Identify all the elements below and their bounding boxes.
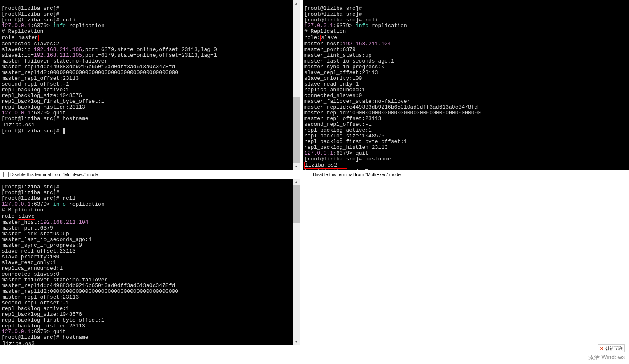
- watermark: ✕ 创新互联 激活 Windows: [588, 344, 625, 360]
- rcli-cmd: rcli: [63, 195, 75, 202]
- prompt: [root@liziba src]#: [2, 184, 59, 190]
- line: slave_read_only:1: [304, 81, 359, 87]
- quit-cmd: quit: [53, 110, 66, 116]
- info-arg: replication: [69, 23, 105, 29]
- line: master_failover_state:no-failover: [2, 58, 107, 64]
- line: master_replid2:0000000000000000000000000…: [2, 288, 178, 294]
- rcli-cmd: rcli: [63, 17, 75, 23]
- info-arg: replication: [372, 23, 407, 29]
- prompt: [root@liziba src]#: [2, 5, 59, 12]
- line: connected_slaves:0: [304, 93, 362, 99]
- prompt: [root@liziba src]#: [304, 11, 362, 17]
- line: master_repl_offset:23113: [304, 116, 381, 122]
- line: master_sync_in_progress:0: [2, 242, 82, 248]
- line: repl_backlog_first_byte_offset:1: [2, 317, 105, 323]
- master-host-ip: 192.168.211.104: [40, 219, 89, 225]
- master-host-label: master_host:: [304, 41, 343, 47]
- slave1-ip: 192.168.211.105: [34, 52, 82, 58]
- redis-ip: 127.0.0.1: [304, 23, 333, 29]
- line: master_repl_offset:23113: [2, 294, 79, 300]
- line: master_failover_state:no-failover: [2, 277, 107, 283]
- hostname-cmd: hostname: [63, 334, 88, 341]
- line: repl_backlog_active:1: [304, 127, 372, 133]
- line: master_replid:c449883db9216b65010ad0dff3…: [2, 64, 175, 70]
- line: master_replid:c449883db9216b65010ad0dff3…: [304, 104, 478, 110]
- disable-checkbox[interactable]: [3, 172, 9, 177]
- disable-multiexec-bar-2: Disable this terminal from "MultiExec" m…: [303, 170, 629, 179]
- scroll-down-icon[interactable]: ▼: [293, 338, 300, 345]
- line: master_replid2:0000000000000000000000000…: [304, 110, 481, 116]
- line: connected_slaves:2: [2, 41, 59, 47]
- line: master_last_io_seconds_ago:1: [304, 58, 394, 64]
- line: master_port:6379: [2, 225, 53, 231]
- hostname-highlight: liziba.os3: [2, 341, 42, 345]
- line: second_repl_offset:-1: [2, 300, 69, 306]
- role-value-highlight: slave: [18, 213, 35, 220]
- quit-cmd: quit: [53, 329, 66, 335]
- prompt: [root@liziba src]#: [2, 17, 59, 23]
- line: second_repl_offset:-1: [2, 81, 69, 87]
- rcli-cmd: rcli: [365, 17, 378, 23]
- line: replica_announced:1: [2, 265, 63, 271]
- hostname-cmd: hostname: [63, 116, 88, 122]
- redis-port: :6379>: [30, 23, 50, 29]
- prompt: [root@liziba src]#: [2, 128, 59, 134]
- info-arg: replication: [69, 201, 105, 207]
- slave0-ip: 192.168.211.106: [34, 46, 82, 53]
- redis-ip: 127.0.0.1: [2, 201, 30, 207]
- prompt: [root@liziba src]#: [2, 195, 59, 202]
- disable-label: Disable this terminal from "MultiExec" m…: [10, 172, 98, 177]
- redis-ip: 127.0.0.1: [304, 150, 333, 156]
- line: repl_backlog_size:1048576: [2, 93, 82, 99]
- scroll-thumb[interactable]: [293, 185, 300, 223]
- line: connected_slaves:0: [2, 271, 59, 277]
- line: master_port:6379: [304, 46, 356, 53]
- redis-port: :6379>: [30, 110, 50, 116]
- logo-badge: ✕ 创新互联: [598, 344, 625, 352]
- disable-multiexec-bar-1: Disable this terminal from "MultiExec" m…: [0, 170, 300, 179]
- line: master_sync_in_progress:0: [304, 64, 384, 70]
- terminal-pane-3[interactable]: [root@liziba src]# [root@liziba src]# [r…: [0, 179, 300, 345]
- terminal-output-3: [root@liziba src]# [root@liziba src]# [r…: [0, 179, 300, 345]
- logo-icon: ✕: [600, 345, 603, 351]
- master-host-label: master_host:: [2, 219, 40, 225]
- line: repl_backlog_size:1048576: [304, 133, 384, 139]
- hostname-cmd: hostname: [365, 156, 391, 162]
- line: repl_backlog_histlen:23113: [2, 323, 85, 329]
- line: second_repl_offset:-1: [304, 121, 372, 128]
- role-value-highlight: master: [18, 35, 39, 41]
- role-label: role:: [2, 35, 18, 41]
- prompt: [root@liziba src]#: [304, 17, 362, 23]
- line: master_repl_offset:23113: [2, 75, 79, 81]
- prompt: [root@liziba src]#: [2, 11, 59, 17]
- role-label: role:: [2, 213, 18, 219]
- terminal-pane-1[interactable]: [root@liziba src]# [root@liziba src]# [r…: [0, 0, 300, 170]
- prompt: [root@liziba src]#: [2, 334, 59, 341]
- scroll-up-icon[interactable]: ▲: [293, 0, 300, 7]
- terminal-pane-2[interactable]: [root@liziba src]# [root@liziba src]# [r…: [303, 0, 629, 170]
- hostname-highlight: liziba.os1: [2, 122, 48, 128]
- line: master_failover_state:no-failover: [304, 98, 410, 104]
- info-cmd: info: [53, 23, 66, 29]
- line: slave_priority:100: [2, 254, 59, 260]
- hostname-highlight: liziba.os2: [304, 162, 347, 169]
- line: slave_repl_offset:23113: [2, 248, 75, 254]
- disable-checkbox[interactable]: [306, 172, 311, 177]
- prompt: [root@liziba src]#: [304, 5, 362, 12]
- redis-port: :6379>: [333, 23, 352, 29]
- line: repl_backlog_active:1: [2, 87, 69, 93]
- scrollbar[interactable]: ▲ ▼: [293, 0, 300, 170]
- scroll-thumb[interactable]: [293, 97, 300, 163]
- scroll-up-icon[interactable]: ▲: [293, 179, 300, 185]
- role-label: role:: [304, 35, 320, 41]
- scrollbar[interactable]: ▲ ▼: [293, 179, 300, 345]
- line: slave_repl_offset:23113: [304, 70, 378, 76]
- redis-port: :6379>: [30, 329, 50, 335]
- scroll-down-icon[interactable]: ▼: [293, 163, 300, 170]
- line: slave_read_only:1: [2, 260, 56, 266]
- redis-port: :6379>: [30, 201, 50, 207]
- disable-label: Disable this terminal from "MultiExec" m…: [313, 172, 401, 177]
- quit-cmd: quit: [356, 150, 368, 156]
- prompt: [root@liziba src]#: [304, 156, 362, 162]
- section-header: # Replication: [2, 28, 43, 35]
